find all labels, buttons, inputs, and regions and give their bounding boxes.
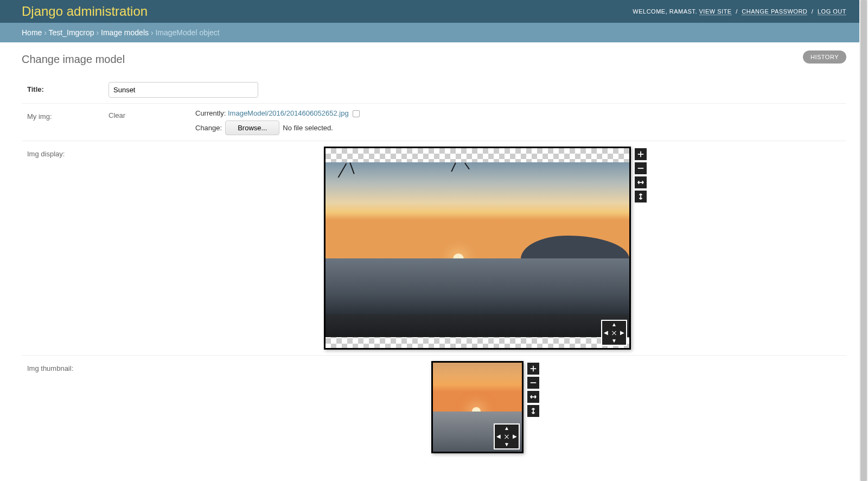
clear-checkbox[interactable] (353, 110, 360, 117)
welcome-text: WELCOME, RAMAST. (633, 8, 699, 15)
row-title: Title: (22, 77, 846, 104)
browse-button[interactable]: Browse... (225, 121, 279, 135)
display-label: Img display: (22, 147, 108, 158)
arrow-left-icon: ◀ (604, 330, 608, 336)
branding: Django administration (22, 4, 148, 19)
logout-link[interactable]: LOG OUT (818, 8, 846, 15)
breadcrumb-home[interactable]: Home (22, 28, 42, 37)
row-img-display: Img display: (22, 141, 846, 356)
view-site-link[interactable]: VIEW SITE (699, 8, 732, 15)
breadcrumb-current: ImageModel object (155, 28, 219, 37)
fit-vertical-button[interactable] (635, 191, 647, 202)
title-label: Title: (22, 82, 108, 93)
display-image[interactable] (326, 162, 629, 337)
change-password-link[interactable]: CHANGE PASSWORD (742, 8, 807, 15)
scrollbar-thumb[interactable] (860, 0, 867, 470)
thumb-zoom-in-button[interactable] (527, 363, 539, 375)
thumbnail-move-control[interactable]: ▲ ◀▶ ▼ (494, 423, 520, 450)
clear-link[interactable]: Clear (108, 109, 195, 119)
thumb-zoom-out-button[interactable] (527, 377, 539, 389)
change-label: Change: (195, 124, 222, 132)
thumbnail-side-controls (527, 363, 539, 417)
no-file-text: No file selected. (283, 124, 333, 132)
zoom-out-button[interactable] (635, 162, 647, 174)
thumb-fit-horizontal-button[interactable] (527, 391, 539, 403)
zoom-in-button[interactable] (635, 148, 647, 160)
site-title: Django administration (22, 4, 148, 19)
display-crop-frame[interactable]: ▲ ◀▶ ▼ (324, 147, 631, 350)
thumb-fit-vertical-button[interactable] (527, 405, 539, 417)
myimg-label: My img: (22, 109, 108, 121)
row-img-thumbnail: Img thumbnail: (22, 356, 846, 459)
title-input[interactable] (108, 82, 258, 98)
arrow-right-icon: ▶ (620, 330, 624, 336)
breadcrumb-app[interactable]: Test_Imgcrop (49, 28, 94, 37)
display-side-controls (635, 148, 647, 202)
fit-horizontal-button[interactable] (635, 176, 647, 188)
admin-header: Django administration WELCOME, RAMAST. V… (0, 0, 868, 23)
display-move-control[interactable]: ▲ ◀▶ ▼ (601, 320, 627, 346)
row-my-img: My img: Clear Currently: ImageModel/2016… (22, 104, 846, 141)
history-button[interactable]: HISTORY (803, 50, 846, 64)
breadcrumb: Home › Test_Imgcrop › Image models › Ima… (0, 23, 868, 42)
breadcrumb-model[interactable]: Image models (101, 28, 149, 37)
current-file-link[interactable]: ImageModel/2016/2014606052652.jpg (228, 109, 349, 117)
user-tools: WELCOME, RAMAST. VIEW SITE / CHANGE PASS… (633, 8, 846, 15)
page-title: Change image model (22, 53, 846, 66)
arrow-down-icon: ▼ (611, 338, 617, 344)
move-center-icon (611, 330, 617, 336)
arrow-up-icon: ▲ (611, 322, 617, 327)
thumbnail-crop-frame[interactable]: ▲ ◀▶ ▼ (431, 361, 524, 453)
thumbnail-label: Img thumbnail: (22, 361, 108, 372)
vertical-scrollbar[interactable] (859, 0, 868, 470)
currently-label: Currently: (195, 109, 226, 117)
